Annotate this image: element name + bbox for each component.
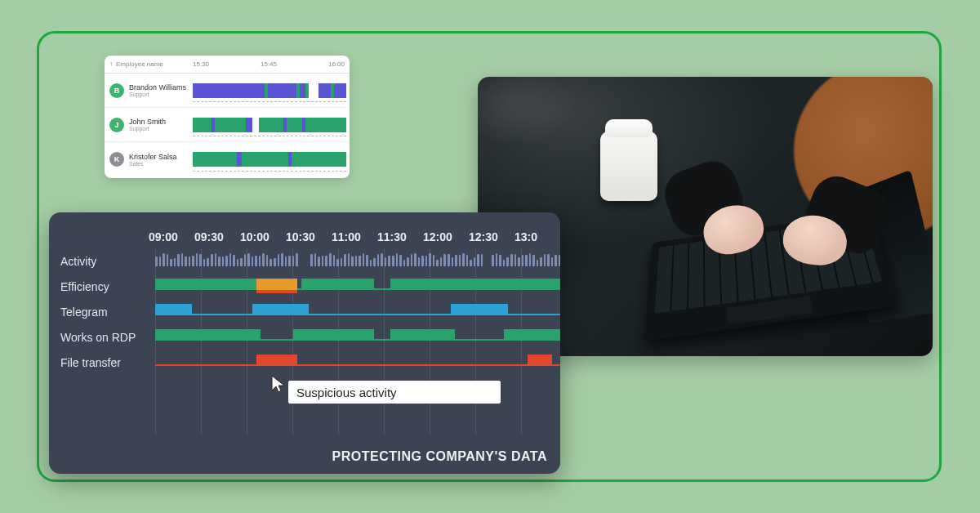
employee-activity-bar xyxy=(193,142,350,176)
time-tick: 09:30 xyxy=(194,230,240,243)
employee-role: Support xyxy=(129,91,186,97)
employee-activity-bar xyxy=(193,108,350,141)
employee-timeline-card: ↑ Employee name 15:30 15:45 16:00 B Bran… xyxy=(105,56,350,178)
card-footer-label: PROTECTING COMPANY'S DATA xyxy=(332,449,547,464)
employee-name: Kristofer Salsa xyxy=(129,153,177,161)
employee-name: Brandon Williams xyxy=(129,83,186,91)
time-tick: 09:00 xyxy=(149,230,194,243)
sort-asc-icon: ↑ xyxy=(109,60,113,68)
time-tick: 13:0 xyxy=(514,230,560,243)
lane-activity: Activity xyxy=(49,248,560,274)
employee-row[interactable]: K Kristofer Salsa Sales xyxy=(105,142,350,176)
mini-time-tick: 16:00 xyxy=(328,60,345,68)
lane-label: Works on RDP xyxy=(49,331,155,344)
sort-header[interactable]: ↑ Employee name xyxy=(105,60,193,68)
avatar: B xyxy=(109,83,124,98)
tooltip-text: Suspicious activity xyxy=(296,386,397,399)
lane-label: Efficiency xyxy=(49,280,155,293)
employee-name-header: Employee name xyxy=(116,60,163,68)
lane-file-transfer: File transfer xyxy=(49,350,560,375)
employee-row[interactable]: B Brandon Williams Support xyxy=(105,74,350,108)
time-tick: 10:30 xyxy=(286,230,332,243)
mini-time-axis: 15:30 15:45 16:00 xyxy=(193,60,350,68)
employee-role: Support xyxy=(129,126,166,132)
dark-time-axis: 09:00 09:30 10:00 10:30 11:00 11:30 12:0… xyxy=(149,230,560,243)
lane-rdp: Works on RDP xyxy=(49,324,560,350)
employee-role: Sales xyxy=(129,161,177,167)
coffee-cup-icon xyxy=(600,131,657,201)
lane-label: Telegram xyxy=(49,306,155,319)
time-tick: 12:00 xyxy=(423,230,469,243)
mini-time-tick: 15:45 xyxy=(261,60,277,68)
avatar: K xyxy=(109,152,124,167)
time-tick: 10:00 xyxy=(240,230,286,243)
tooltip: Suspicious activity xyxy=(288,381,501,404)
employee-activity-bar xyxy=(193,74,350,107)
time-tick: 11:00 xyxy=(332,230,377,243)
lane-telegram: Telegram xyxy=(49,299,560,324)
lane-efficiency: Efficiency xyxy=(49,274,560,299)
activity-detail-card: 09:00 09:30 10:00 10:30 11:00 11:30 12:0… xyxy=(49,212,560,474)
time-tick: 12:30 xyxy=(469,230,514,243)
lane-label: File transfer xyxy=(49,356,155,369)
time-tick: 11:30 xyxy=(377,230,423,243)
employee-name: John Smith xyxy=(129,118,166,126)
avatar: J xyxy=(109,118,124,132)
lane-label: Activity xyxy=(49,255,155,268)
employee-row[interactable]: J John Smith Support xyxy=(105,108,350,142)
mini-time-tick: 15:30 xyxy=(193,60,209,68)
cursor-icon xyxy=(270,374,289,394)
